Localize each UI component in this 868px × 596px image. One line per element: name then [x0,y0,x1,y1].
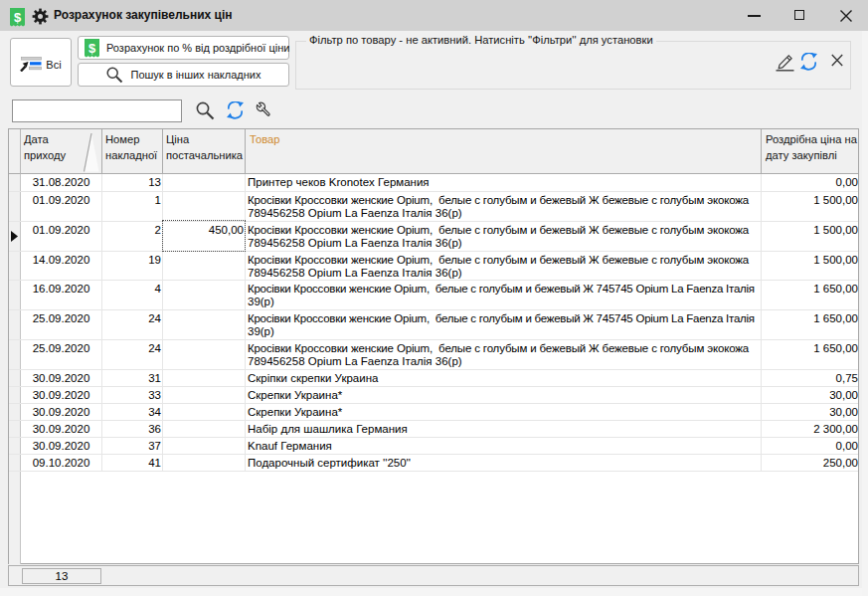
svg-text:$: $ [14,10,22,25]
svg-text:$: $ [88,41,96,56]
